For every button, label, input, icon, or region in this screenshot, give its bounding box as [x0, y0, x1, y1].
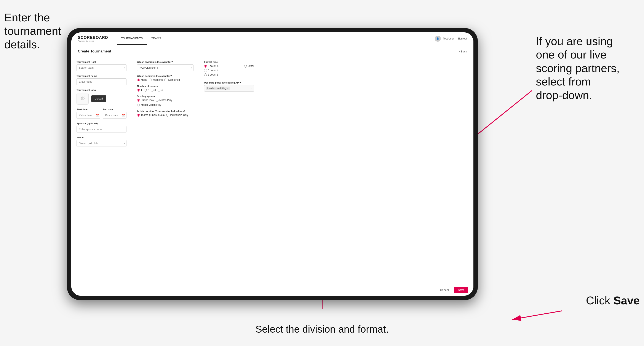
nav-user: Test User |	[443, 37, 455, 40]
sponsor-input[interactable]	[76, 126, 126, 133]
format-6count5[interactable]: 6 count 5	[204, 73, 218, 76]
gender-radio-group: Mens Womens Combined	[137, 78, 194, 81]
rounds-label: Number of rounds	[137, 85, 194, 87]
form-col-mid: Which division is the event for? NCAA Di…	[132, 56, 199, 284]
annotation-bottom-right: Click Save	[586, 294, 640, 307]
logo-placeholder: 🖼	[76, 93, 89, 105]
rounds-radio-group: 1 2 3 4	[137, 88, 194, 92]
venue-label: Venue	[76, 136, 126, 139]
date-group: Start date End date	[76, 108, 126, 119]
division-select[interactable]: NCAA Division I	[137, 64, 194, 71]
gender-combined[interactable]: Combined	[164, 78, 180, 81]
api-tag: Leaderboard King ✕	[206, 87, 230, 90]
tab-teams[interactable]: TEAMS	[147, 32, 166, 45]
format-5count4[interactable]: 5 count 4	[204, 65, 218, 68]
format-row-3: 6 count 5	[204, 73, 254, 76]
scoring-medal[interactable]: Medal Match Play	[137, 103, 161, 106]
api-tag-close[interactable]: ✕	[227, 87, 229, 90]
format-other[interactable]: Other	[244, 65, 254, 68]
division-group: Which division is the event for? NCAA Di…	[137, 61, 194, 71]
form-footer: Cancel Save	[71, 284, 474, 296]
api-input-caret: ⌄	[250, 87, 252, 90]
api-label: Use third-party live scoring API?	[204, 81, 254, 84]
annotation-bottom-center: Select the division and format.	[255, 323, 388, 335]
venue-input[interactable]	[76, 140, 126, 147]
format-type-grid: 5 count 4 Other 6 count 4	[204, 65, 254, 76]
start-date-label: Start date	[76, 108, 100, 111]
logo-upload-area: 🖼 Upload	[76, 93, 126, 105]
format-group: Format type 5 count 4 Other	[204, 61, 254, 76]
start-date-input[interactable]	[76, 112, 100, 119]
content-header: Create Tournament Back	[71, 45, 474, 56]
save-button[interactable]: Save	[454, 287, 468, 293]
signout-link[interactable]: Sign out	[458, 37, 467, 40]
cancel-button[interactable]: Cancel	[437, 287, 451, 293]
gender-mens[interactable]: Mens	[137, 78, 147, 81]
teams-radio-group: Teams (+Individuals) Individuals Only	[137, 114, 194, 117]
host-group: Tournament Host	[76, 61, 126, 71]
end-date-label: End date	[103, 108, 127, 111]
sponsor-group: Sponsor (optional)	[76, 122, 126, 133]
end-date-input[interactable]	[103, 112, 127, 119]
format-row-1: 5 count 4 Other	[204, 65, 254, 68]
name-label: Tournament name	[76, 75, 126, 77]
avatar: 👤	[435, 36, 441, 42]
form-col-right: Format type 5 count 4 Other	[199, 56, 260, 284]
nav-tabs: TOURNAMENTS TEAMS	[117, 32, 166, 45]
name-input[interactable]	[76, 78, 126, 85]
annotation-top-right: If you are usingone of our livescoring p…	[536, 34, 640, 102]
page-title: Create Tournament	[78, 49, 111, 53]
api-tag-input[interactable]: Leaderboard King ✕ ⌄	[204, 85, 254, 92]
logo-main: SCOREBOARD	[78, 35, 108, 40]
nav-logo: SCOREBOARD Powered by clippit	[78, 35, 108, 42]
teams-individuals[interactable]: Individuals Only	[166, 114, 188, 117]
gender-label: Which gender is the event for?	[137, 75, 194, 77]
tablet-container: SCOREBOARD Powered by clippit TOURNAMENT…	[67, 28, 478, 300]
logo-label: Tournament logo	[76, 89, 126, 91]
venue-group: Venue	[76, 136, 126, 147]
name-group: Tournament name	[76, 75, 126, 85]
form-area: Tournament Host Tournament name Tourname…	[71, 56, 474, 284]
svg-line-4	[512, 311, 562, 320]
host-label: Tournament Host	[76, 61, 126, 63]
host-input[interactable]	[76, 64, 126, 71]
teams-group: Is this event for Teams and/or Individua…	[137, 110, 194, 117]
format-row-2: 6 count 4	[204, 69, 254, 72]
tablet-screen: SCOREBOARD Powered by clippit TOURNAMENT…	[71, 32, 474, 296]
sponsor-label: Sponsor (optional)	[76, 122, 126, 125]
tab-tournaments[interactable]: TOURNAMENTS	[117, 32, 147, 45]
rounds-group: Number of rounds 1 2	[137, 85, 194, 92]
format-label: Format type	[204, 61, 254, 63]
annotation-top-left: Enter thetournamentdetails.	[4, 11, 61, 51]
back-link[interactable]: Back	[459, 50, 467, 53]
main-content: Create Tournament Back Tournament Host T…	[71, 45, 474, 296]
scoring-group: Scoring system Stroke Play Match Play	[137, 95, 194, 106]
teams-teams[interactable]: Teams (+Individuals)	[137, 114, 164, 117]
nav-right: 👤 Test User | Sign out	[435, 36, 467, 42]
gender-group: Which gender is the event for? Mens Wome…	[137, 75, 194, 81]
scoring-radio-group: Stroke Play Match Play Medal Match Play	[137, 99, 194, 106]
gender-womens[interactable]: Womens	[149, 78, 162, 81]
nav-bar: SCOREBOARD Powered by clippit TOURNAMENT…	[71, 32, 474, 45]
logo-group: Tournament logo 🖼 Upload	[76, 89, 126, 105]
form-col-left: Tournament Host Tournament name Tourname…	[71, 56, 132, 284]
rounds-2[interactable]: 2	[144, 88, 149, 92]
scoring-label: Scoring system	[137, 95, 194, 98]
teams-label: Is this event for Teams and/or Individua…	[137, 110, 194, 112]
format-6count4[interactable]: 6 count 4	[204, 69, 218, 72]
upload-button[interactable]: Upload	[91, 95, 106, 102]
api-group: Use third-party live scoring API? Leader…	[204, 81, 254, 92]
scoring-match[interactable]: Match Play	[156, 99, 172, 102]
division-label: Which division is the event for?	[137, 61, 194, 63]
rounds-1[interactable]: 1	[137, 88, 142, 92]
rounds-3[interactable]: 3	[151, 88, 156, 92]
scoring-stroke[interactable]: Stroke Play	[137, 99, 154, 102]
api-tag-value: Leaderboard King	[207, 87, 226, 90]
logo-sub: Powered by clippit	[78, 40, 108, 42]
rounds-4[interactable]: 4	[158, 88, 163, 92]
